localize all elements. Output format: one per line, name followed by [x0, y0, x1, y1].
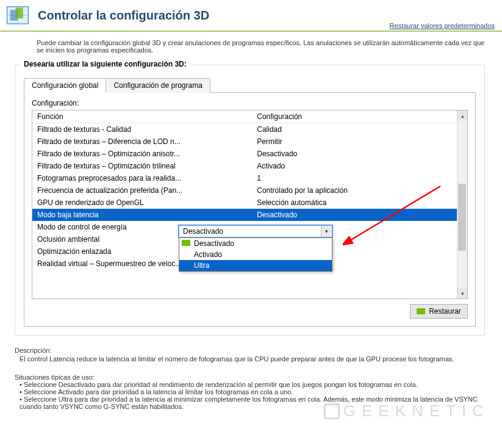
- usage-item: Seleccione Activado para dar prioridad a…: [20, 388, 487, 396]
- config-label: Configuración:: [32, 99, 468, 107]
- dropdown-option-ultra[interactable]: Ultra: [179, 260, 332, 271]
- tab-global[interactable]: Configuración global: [24, 78, 106, 93]
- cell-function: Filtrado de texturas – Diferencia de LOD…: [32, 135, 252, 148]
- scroll-up-arrow-icon[interactable]: ▴: [457, 110, 467, 121]
- cell-setting: 1: [252, 172, 467, 184]
- cell-setting: Activado: [252, 160, 467, 172]
- dropdown-option-activado[interactable]: Activado: [179, 249, 332, 260]
- nvidia-badge-icon: [417, 308, 425, 314]
- scroll-down-arrow-icon[interactable]: ▾: [457, 288, 467, 298]
- cell-function: Modo baja latencia: [32, 209, 252, 221]
- description-text: El control Latencia reduce la latencia a…: [15, 355, 487, 363]
- nvidia-3d-icon: [5, 2, 30, 28]
- cell-function: Filtrado de texturas - Calidad: [32, 123, 252, 136]
- dropdown-list: Desactivado Activado Ultra: [179, 237, 332, 272]
- nvidia-badge-icon: [182, 240, 190, 246]
- dropdown-value-box[interactable]: Desactivado ▾: [179, 225, 332, 237]
- table-row[interactable]: Filtrado de texturas - CalidadCalidad: [32, 123, 467, 136]
- restore-defaults-link[interactable]: Restaurar valores predeterminados: [390, 22, 495, 29]
- annotation-arrow-icon: [343, 183, 446, 250]
- svg-line-5: [349, 186, 440, 241]
- intro-text: Puede cambiar la configuración global 3D…: [0, 32, 502, 59]
- svg-rect-2: [16, 8, 23, 19]
- watermark: GEEKNETIC: [324, 402, 490, 421]
- scroll-thumb[interactable]: [458, 184, 466, 251]
- table-row[interactable]: Filtrado de texturas – Diferencia de LOD…: [32, 135, 467, 148]
- tabs-bar: Configuración global Configuración de pr…: [24, 78, 476, 92]
- page-title: Controlar la configuración 3D: [38, 9, 209, 23]
- cell-setting: Calidad: [252, 123, 467, 136]
- description-heading: Descripción:: [15, 347, 487, 354]
- cell-function: GPU de renderizado de OpenGL: [32, 197, 252, 209]
- cell-function: Fotogramas preprocesados para la realida…: [32, 172, 252, 184]
- cell-function: Frecuencia de actualización preferida (P…: [32, 184, 252, 197]
- watermark-text: GEEKNETIC: [343, 402, 490, 421]
- table-row[interactable]: Filtrado de texturas – Optimización anis…: [32, 148, 467, 160]
- cell-setting: Permitir: [252, 135, 467, 148]
- table-row[interactable]: Fotogramas preprocesados para la realida…: [32, 172, 467, 184]
- column-header-setting[interactable]: Configuración: [252, 110, 467, 123]
- usage-heading: Situaciones típicas de uso:: [15, 374, 487, 381]
- group-title: Desearía utilizar la siguiente configura…: [21, 60, 189, 68]
- restore-button-label: Restaurar: [429, 307, 461, 316]
- restore-button[interactable]: Restaurar: [410, 304, 468, 319]
- column-header-function[interactable]: Función: [32, 110, 252, 123]
- watermark-logo-icon: [324, 403, 340, 419]
- window-header: Controlar la configuración 3D Restaurar …: [0, 0, 502, 32]
- cell-function: Filtrado de texturas – Optimización tril…: [32, 160, 252, 172]
- table-row[interactable]: Filtrado de texturas – Optimización tril…: [32, 160, 467, 172]
- description-section: Descripción: El control Latencia reduce …: [0, 342, 502, 363]
- cell-function: Filtrado de texturas – Optimización anis…: [32, 148, 252, 160]
- vertical-scrollbar[interactable]: ▴ ▾: [457, 110, 467, 298]
- tab-program[interactable]: Configuración de programa: [106, 78, 210, 93]
- dropdown-option-desactivado[interactable]: Desactivado: [179, 238, 332, 249]
- dropdown-current-value: Desactivado: [179, 227, 321, 236]
- low-latency-dropdown[interactable]: Desactivado ▾ Desactivado Activado Ultra: [179, 225, 332, 272]
- cell-setting: Desactivado: [252, 148, 467, 160]
- chevron-down-icon[interactable]: ▾: [321, 226, 332, 237]
- usage-item: Seleccione Desactivado para dar priorida…: [20, 381, 487, 388]
